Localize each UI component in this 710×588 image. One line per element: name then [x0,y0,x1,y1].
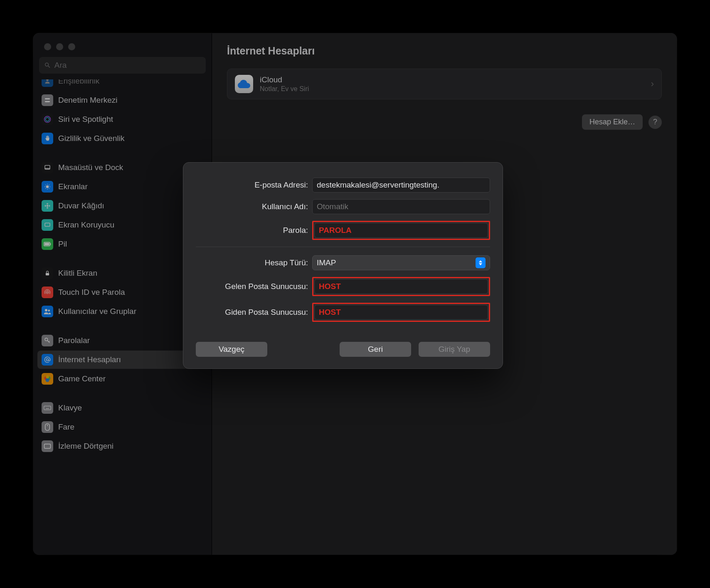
svg-rect-26 [44,406,51,410]
lock-icon [42,267,53,279]
sidebar-item-label: Fare [58,422,74,432]
toolbar: Hesap Ekle… ? [227,114,662,130]
sidebar-item-label: Kilitli Ekran [58,269,97,278]
svg-rect-34 [44,444,51,449]
search-input[interactable] [54,61,201,70]
svg-point-12 [49,205,50,207]
svg-point-8 [47,205,48,207]
sidebar-item-i-zleme-d-rtgeni[interactable]: İzleme Dörtgeni [37,437,207,455]
label-password: Parola: [196,226,312,235]
label-outgoing: Giden Posta Sunucusu: [196,308,312,317]
sidebar-item-i-nternet-hesaplar-[interactable]: İnternet Hesapları [37,351,207,369]
switches-icon [42,94,53,106]
gamecenter-icon [42,373,53,385]
sidebar-item-ekran-koruyucu[interactable]: Ekran Koruyucu [37,216,207,234]
add-account-button[interactable]: Hesap Ekle… [582,114,643,130]
search-box[interactable] [39,57,206,74]
back-button[interactable]: Geri [340,342,411,357]
page-title: İnternet Hesapları [227,45,662,57]
search-icon [44,62,51,69]
svg-rect-13 [45,223,50,226]
dock-icon [42,162,53,173]
label-username: Kullanıcı Adı: [196,202,312,211]
sidebar-item-label: Siri ve Spotlight [58,115,113,124]
label-email: E-posta Adresi: [196,180,312,190]
siri-icon [42,114,53,125]
at-icon [42,354,53,366]
svg-point-24 [46,378,49,382]
hand-icon [42,133,53,144]
svg-point-25 [46,376,49,379]
zoom-window-button[interactable] [68,43,75,50]
svg-rect-15 [50,243,51,245]
sidebar-item-parolalar[interactable]: Parolalar [37,331,207,350]
cancel-button[interactable]: Vazgeç [196,342,267,357]
sidebar-item-kullan-c-lar-ve-gruplar[interactable]: Kullanıcılar ve Gruplar [37,302,207,321]
email-input[interactable] [312,178,490,193]
svg-rect-1 [45,98,50,99]
sidebar-item-label: Ekran Koruyucu [58,220,114,230]
window-controls [33,38,212,57]
key-icon [42,335,53,346]
label-account-type: Hesap Türü: [196,258,312,267]
label-incoming: Gelen Posta Sunucusu: [196,282,312,291]
sidebar-item-label: Duvar Kâğıdı [58,201,104,210]
svg-point-18 [45,309,47,311]
svg-point-9 [47,203,48,205]
flower-icon [42,200,53,212]
password-input[interactable] [314,223,488,238]
select-arrows-icon [476,257,486,268]
sidebar-item-denetim-merkezi[interactable]: Denetim Merkezi [37,91,207,109]
svg-point-11 [44,205,46,207]
svg-rect-17 [46,273,49,275]
sidebar-item-masa-st-ve-dock[interactable]: Masaüstü ve Dock [37,158,207,177]
sidebar-item-label: Klavye [58,403,82,413]
sidebar-item-label: Gizlilik ve Güvenlik [58,134,124,143]
sidebar-item-game-center[interactable]: Game Center [37,370,207,388]
svg-point-4 [46,118,49,121]
sidebar-item-label: Denetim Merkezi [58,96,118,105]
sidebar-item-eri-ilebilirlik[interactable]: Erişilebilirlik [37,79,207,90]
help-button[interactable]: ? [648,116,662,129]
sidebar-item-klavye[interactable]: Klavye [37,399,207,417]
svg-point-0 [46,79,48,81]
close-window-button[interactable] [44,43,51,50]
sidebar-item-pil[interactable]: Pil [37,235,207,253]
sidebar-item-label: Masaüstü ve Dock [58,163,123,172]
sidebar-item-fare[interactable]: Fare [37,418,207,436]
account-type-select[interactable]: IMAP [312,255,490,270]
chevron-right-icon: › [651,79,654,89]
account-card-icloud[interactable]: iCloud Notlar, Ev ve Siri › [227,69,662,99]
sidebar-item-label: Game Center [58,374,106,383]
username-input[interactable] [312,199,490,214]
sidebar-item-label: İnternet Hesapları [58,355,121,364]
users-icon [42,306,53,317]
account-title: iCloud [260,75,644,84]
signin-button[interactable]: Giriş Yap [419,342,490,357]
svg-point-21 [46,358,48,361]
sidebar-item-label: Touch ID ve Parola [58,288,125,297]
mouse-icon [42,421,53,433]
sidebar-item-label: Parolalar [58,336,90,345]
sidebar-item-duvar-k-d-[interactable]: Duvar Kâğıdı [37,197,207,215]
sidebar-item-gizlilik-ve-g-venlik[interactable]: Gizlilik ve Güvenlik [37,129,207,148]
sidebar-item-label: İzleme Dörtgeni [58,442,113,451]
sidebar-item-label: Pil [58,240,67,249]
incoming-server-input[interactable] [314,279,488,294]
sidebar-item-touch-id-ve-parola[interactable]: Touch ID ve Parola [37,283,207,301]
sidebar-item-kilitli-ekran[interactable]: Kilitli Ekran [37,264,207,282]
account-setup-modal: E-posta Adresi: Kullanıcı Adı: Parola: H… [183,162,503,369]
sidebar-item-label: Erişilebilirlik [58,79,99,86]
sidebar-item-siri-ve-spotlight[interactable]: Siri ve Spotlight [37,110,207,128]
battery-icon [42,238,53,250]
account-texts: iCloud Notlar, Ev ve Siri [260,75,644,93]
trackpad-icon [42,440,53,452]
sidebar-item-ekranlar[interactable]: Ekranlar [37,178,207,196]
icloud-icon [235,75,253,93]
sidebar-item-label: Kullanıcılar ve Gruplar [58,307,136,316]
minimize-window-button[interactable] [56,43,63,50]
outgoing-server-input[interactable] [314,305,488,320]
svg-rect-2 [45,101,50,102]
account-type-value: IMAP [317,258,336,267]
svg-point-19 [48,310,50,312]
